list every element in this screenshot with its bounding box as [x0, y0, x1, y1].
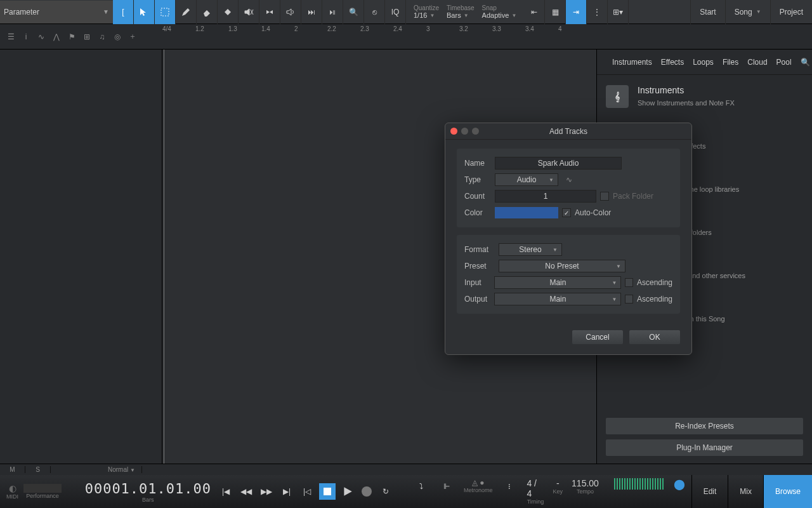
- type-label: Type: [464, 175, 495, 184]
- output-select[interactable]: Main▼: [494, 293, 621, 305]
- reindex-presets-button[interactable]: Re-Index Presets: [606, 418, 803, 434]
- stop-button[interactable]: [319, 483, 336, 500]
- category-instruments[interactable]: 𝄞InstrumentsShow Instruments and Note FX: [606, 85, 803, 108]
- project-page-button[interactable]: Project: [770, 0, 812, 24]
- arrow-tool[interactable]: [134, 0, 155, 24]
- play-button[interactable]: [339, 483, 356, 500]
- maximize-icon[interactable]: [472, 128, 479, 135]
- precount-icon[interactable]: ⫶: [501, 478, 518, 495]
- timecode-label: Bars: [142, 497, 154, 503]
- start-page-button[interactable]: Start: [690, 0, 724, 24]
- input-select[interactable]: Main▼: [494, 276, 621, 289]
- autopunch-icon[interactable]: ⤵: [413, 478, 429, 495]
- mute-indicator[interactable]: M: [0, 466, 25, 473]
- close-icon[interactable]: [450, 128, 457, 135]
- parameter-display[interactable]: Parameter ▼: [0, 1, 113, 23]
- track-color-swatch[interactable]: [495, 207, 558, 218]
- arrange-view[interactable]: Add Tracks Name Type Audio▼ ∿ Count: [162, 50, 596, 464]
- count-label: Count: [464, 192, 495, 201]
- note-icon[interactable]: ♫: [95, 30, 109, 44]
- category-title: Instruments: [638, 85, 735, 95]
- zoom-tool[interactable]: 🔍: [343, 0, 364, 24]
- bracket-left-tool[interactable]: [: [113, 0, 134, 24]
- meter-toggle[interactable]: ⬤: [674, 478, 685, 505]
- tab-cloud[interactable]: Cloud: [747, 58, 767, 67]
- ruler-mark: 1.4: [261, 25, 294, 32]
- search-icon[interactable]: 🔍: [801, 58, 810, 67]
- forward-button[interactable]: ▶▶: [258, 483, 275, 500]
- rewind-start-button[interactable]: |◀: [218, 483, 234, 500]
- tab-files[interactable]: Files: [723, 58, 738, 67]
- format-select[interactable]: Stereo▼: [499, 243, 562, 256]
- key-display[interactable]: -Key: [553, 478, 563, 505]
- chevron-down-icon: ▼: [103, 8, 109, 15]
- pack-folder-checkbox[interactable]: [600, 192, 609, 201]
- grid-icon[interactable]: ⊞▾: [608, 0, 629, 24]
- eraser-tool[interactable]: [197, 0, 218, 24]
- tab-instruments[interactable]: Instruments: [612, 58, 652, 67]
- iq-button[interactable]: IQ: [385, 0, 406, 24]
- split-tool[interactable]: [259, 0, 280, 24]
- format-label: Format: [464, 245, 499, 254]
- preroll-icon[interactable]: ⊩: [438, 478, 455, 495]
- cancel-button[interactable]: Cancel: [572, 330, 623, 344]
- timebase-selector[interactable]: Timebase Bars▼: [443, 0, 478, 24]
- dialog-title-bar[interactable]: Add Tracks: [445, 123, 691, 140]
- preset-select[interactable]: No Preset▼: [499, 260, 625, 272]
- automation-lane-icon[interactable]: ∿: [34, 30, 48, 44]
- loop-button[interactable]: ↻: [377, 483, 394, 500]
- list-icon[interactable]: ☰: [4, 30, 18, 44]
- timeline-ruler[interactable]: 4/41.21.31.422.22.32.433.23.33.44: [162, 24, 812, 49]
- fastforward-tool[interactable]: ⏭: [301, 0, 322, 24]
- snap-start-icon[interactable]: ⇤: [524, 0, 545, 24]
- output-ascending-checkbox[interactable]: [625, 295, 633, 304]
- solo-indicator[interactable]: S: [25, 466, 51, 473]
- track-type-select[interactable]: Audio▼: [495, 173, 558, 186]
- track-count-input[interactable]: [495, 190, 596, 203]
- target-icon[interactable]: ◎: [110, 30, 124, 44]
- timecode-display[interactable]: 00001.01.01.00: [85, 481, 211, 497]
- tab-effects[interactable]: Effects: [661, 58, 684, 67]
- zoom-mode[interactable]: Normal ▼: [102, 466, 142, 473]
- pencil-tool[interactable]: [176, 0, 197, 24]
- skip-tool[interactable]: ⏯: [322, 0, 343, 24]
- ok-button[interactable]: OK: [629, 330, 680, 344]
- tab-pool[interactable]: Pool: [776, 58, 792, 67]
- input-ascending-checkbox[interactable]: [625, 278, 633, 287]
- tab-loops[interactable]: Loops: [693, 58, 714, 67]
- minimize-icon[interactable]: [461, 128, 468, 135]
- record-button[interactable]: [360, 485, 374, 498]
- prev-marker-button[interactable]: |◁: [299, 483, 315, 500]
- paint-tool[interactable]: [218, 0, 239, 24]
- envelope-icon[interactable]: ⋀: [49, 30, 63, 44]
- rewind-button[interactable]: ◀◀: [238, 483, 254, 500]
- tempo-display[interactable]: 115.00Tempo: [572, 478, 599, 505]
- snap-grid-icon[interactable]: ▦: [545, 0, 566, 24]
- marquee-tool[interactable]: [155, 0, 176, 24]
- input-ascending-label: Ascending: [637, 278, 672, 287]
- plugin-manager-button[interactable]: Plug-In Manager: [606, 439, 803, 456]
- pack-folder-label: Pack Folder: [613, 192, 653, 201]
- edit-view-button[interactable]: Edit: [691, 475, 728, 508]
- track-name-input[interactable]: [495, 157, 622, 170]
- group-icon[interactable]: ⊞: [80, 30, 94, 44]
- snap-end-icon[interactable]: ⇥: [566, 0, 587, 24]
- ruler-mark: 3.2: [459, 25, 492, 32]
- metronome-icon[interactable]: ◬ ●: [472, 478, 485, 487]
- mix-view-button[interactable]: Mix: [728, 475, 763, 508]
- timing-display[interactable]: 4 / 4Timing: [527, 478, 544, 505]
- add-track-icon[interactable]: ＋: [126, 30, 140, 44]
- listen-tool[interactable]: [280, 0, 301, 24]
- automation-tool[interactable]: ⎋: [364, 0, 385, 24]
- mute-tool[interactable]: [239, 0, 259, 24]
- snap-events-icon[interactable]: ⋮: [587, 0, 608, 24]
- browse-view-button[interactable]: Browse: [763, 475, 812, 508]
- info-icon[interactable]: i: [19, 30, 33, 44]
- ruler-mark: 2.2: [327, 25, 360, 32]
- marker-icon[interactable]: ⚑: [65, 30, 79, 44]
- auto-color-checkbox[interactable]: [562, 208, 571, 217]
- forward-end-button[interactable]: ▶|: [278, 483, 295, 500]
- snap-selector[interactable]: Snap Adaptive▼: [478, 0, 521, 24]
- song-page-button[interactable]: Song ▼: [725, 0, 770, 24]
- quantize-selector[interactable]: Quantize 1/16▼: [410, 0, 443, 24]
